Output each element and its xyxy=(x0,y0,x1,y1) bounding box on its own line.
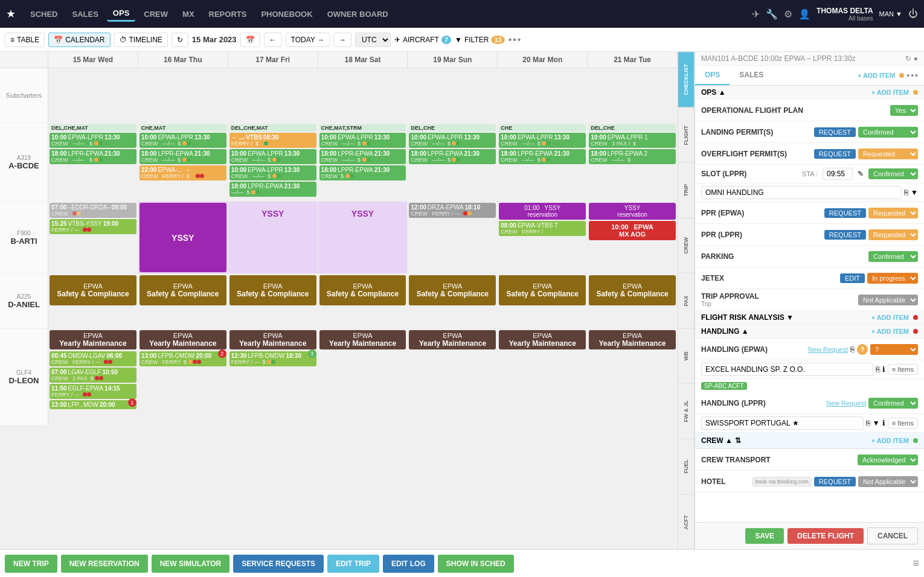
flight-block[interactable]: 10:00 EPWA-LPPR 13:30 CREW —/— $ xyxy=(229,149,316,164)
gear-icon[interactable]: ⚙ xyxy=(784,8,792,20)
wrench-icon[interactable]: 🔧 xyxy=(766,8,778,20)
flight-risk-header[interactable]: FLIGHT RISK ANALYSIS ▼ + ADD ITEM xyxy=(695,311,924,325)
flight-block[interactable]: 18:00 LPPR-EPWA 21:30 CREW —/— $ xyxy=(409,149,496,164)
crew-transport-select[interactable]: Acknowledged Not Applicable xyxy=(858,454,918,465)
overflight-request-btn[interactable]: REQUEST xyxy=(814,149,856,159)
tab-ops[interactable]: OPS xyxy=(695,66,730,85)
side-tab-fwjl[interactable]: FW & JL xyxy=(678,383,694,439)
excel-items-btn[interactable]: ≡ Items xyxy=(888,364,918,375)
nav-ops[interactable]: OPS xyxy=(107,6,135,22)
barti-cell-4[interactable]: 12:00 DRZA-EPWA 18:10 CREW FERRY / --- xyxy=(408,202,498,273)
jetex-status-select[interactable]: In progress Confirmed xyxy=(867,273,918,284)
daniel-cell-5[interactable]: EPWASafety & Compliance xyxy=(498,274,588,328)
flight-block-grey[interactable]: 07:00–EDDR-DRZA–09:00 CREW xyxy=(50,203,136,218)
new-trip-btn[interactable]: NEW TRIP xyxy=(5,555,57,573)
daniel-cell-2[interactable]: EPWASafety & Compliance xyxy=(228,274,318,328)
nav-reports[interactable]: REPORTS xyxy=(203,7,253,21)
handling-add-item-btn[interactable]: + ADD ITEM xyxy=(871,328,909,335)
handling-epwa-select[interactable]: ? Confirmed xyxy=(870,344,918,355)
tab-sales[interactable]: SALES xyxy=(730,66,773,85)
nav-phonebook[interactable]: PHONEBOOK xyxy=(255,7,318,21)
side-tab-checklist[interactable]: CHECKLIST xyxy=(678,52,694,107)
barti-cell-0[interactable]: 07:00–EDDR-DRZA–09:00 CREW 15:25 VTBS-YS… xyxy=(48,202,138,273)
man-badge[interactable]: MAN ▼ xyxy=(879,10,902,18)
nav-owner-board[interactable]: OWNER BOARD xyxy=(321,7,394,21)
bottom-menu-icon[interactable]: ≡ xyxy=(913,557,919,569)
timeline-btn[interactable]: ⏱ TIMELINE xyxy=(114,33,168,47)
barti-cell-1[interactable]: YSSY xyxy=(138,202,228,273)
show-in-sched-btn[interactable]: SHOW IN SCHED xyxy=(438,555,514,573)
dleon-cell-1[interactable]: EPWAYearly Maintenance 13:00 LFPB-OMDW 2… xyxy=(138,329,228,425)
rp-cancel-btn[interactable]: CANCEL xyxy=(867,528,918,544)
edit-trip-btn[interactable]: EDIT TRIP xyxy=(327,555,379,573)
power-icon[interactable]: ⏻ xyxy=(908,8,918,19)
ppr-lppr-request-btn[interactable]: REQUEST xyxy=(824,230,866,240)
flight-drza-epwa[interactable]: 12:00 DRZA-EPWA 18:10 CREW FERRY / --- xyxy=(409,203,496,218)
side-tab-flight[interactable]: FLIGHT xyxy=(678,107,694,163)
nav-crew[interactable]: CREW xyxy=(138,7,174,21)
abcde-cell-6[interactable]: DEL,CHE 10:00 EPWA-LPPR 1 CREW 3 PAX / $… xyxy=(588,123,678,201)
epwa-safety-block[interactable]: EPWASafety & Compliance xyxy=(409,275,496,305)
panel-refresh-icon[interactable]: ↻ ● xyxy=(905,54,918,63)
hotel-status-select[interactable]: Not Applicable Confirmed xyxy=(858,476,918,487)
daniel-cell-0[interactable]: EPWASafety & Compliance xyxy=(48,274,138,328)
slot-status-select[interactable]: Confirmed Requested xyxy=(868,168,918,179)
handling-section-header[interactable]: HANDLING ▲ + ADD ITEM xyxy=(695,325,924,339)
epwa-safety-block[interactable]: EPWASafety & Compliance xyxy=(50,275,136,305)
flight-block[interactable]: 18:00 LPPR-EPWA 21:30 CREW —/— $ xyxy=(50,149,136,164)
epwa-yearly-block[interactable]: EPWAYearly Maintenance xyxy=(589,330,676,349)
new-simulator-btn[interactable]: NEW SIMULATOR xyxy=(152,555,230,573)
ppr-epwa-status-select[interactable]: Requested Confirmed xyxy=(868,208,918,218)
flight-block[interactable]: 18:00 LPPR-EPWA 21:30 CREW —/— $ xyxy=(499,149,586,164)
landing-request-btn[interactable]: REQUEST xyxy=(814,127,856,137)
epwa-yearly-block[interactable]: EPWAYearly Maintenance xyxy=(229,330,316,349)
handling-epwa-new-request[interactable]: New Request xyxy=(808,346,848,353)
yssy-block[interactable]: YSSY xyxy=(140,203,226,272)
dleon-cell-5[interactable]: EPWAYearly Maintenance xyxy=(498,329,588,425)
epwa-yearly-block[interactable]: EPWAYearly Maintenance xyxy=(499,330,586,349)
dleon-cell-3[interactable]: EPWAYearly Maintenance xyxy=(318,329,408,425)
rp-save-btn[interactable]: SAVE xyxy=(745,528,784,544)
handling-lppr-new-request[interactable]: New Request xyxy=(826,400,866,407)
daniel-cell-6[interactable]: EPWASafety & Compliance xyxy=(588,274,678,328)
excel-info-icon[interactable]: ℹ xyxy=(882,365,885,374)
nav-mx[interactable]: MX xyxy=(176,7,201,21)
slot-time-input[interactable] xyxy=(823,168,853,180)
epwa-safety-block[interactable]: EPWASafety & Compliance xyxy=(140,275,226,305)
flight-block[interactable]: 10:00 EPWA-LPPR 1 CREW 3 PAX / $ xyxy=(589,133,676,148)
ppr-epwa-request-btn[interactable]: REQUEST xyxy=(824,208,866,218)
swissport-info-icon[interactable]: ℹ xyxy=(882,419,885,427)
trip-approval-select[interactable]: Not Applicable Pending Approved xyxy=(858,295,918,305)
flight-block-ferry2[interactable]: ← ...-VTBS 08:30 FERRY / $ xyxy=(229,133,316,148)
flight-block[interactable]: 10:00 EPWA-LPPR 13:30 CREW —/— $ xyxy=(229,165,316,180)
flight-block[interactable]: 10:00 EPWA-LPPR 13:30 CREW —/— $ xyxy=(499,133,586,148)
flight-block-olive[interactable]: 15:25 VTBS-YSSY 19:00 FERRY / --- xyxy=(50,219,136,234)
ppr-lppr-status-select[interactable]: Requested Confirmed xyxy=(868,229,918,240)
dleon-cell-4[interactable]: EPWAYearly Maintenance xyxy=(408,329,498,425)
panel-more-btn[interactable]: ••• xyxy=(906,71,919,80)
daniel-cell-4[interactable]: EPWASafety & Compliance xyxy=(408,274,498,328)
new-reservation-btn[interactable]: NEW RESERVATION xyxy=(61,555,148,573)
dleon-cell-6[interactable]: EPWAYearly Maintenance xyxy=(588,329,678,425)
nav-sales[interactable]: SALES xyxy=(66,7,104,21)
side-tab-crew[interactable]: CREW xyxy=(678,218,694,273)
flight-block[interactable]: 10:00 EPWA-LPPR 13:30 CREW —/— $ xyxy=(140,133,226,148)
epwa-safety-block[interactable]: EPWASafety & Compliance xyxy=(589,275,676,305)
flight-block[interactable]: 10:00 EPWA-LPPR 13:30 CREW —/— $ xyxy=(409,133,496,148)
flight-risk-add-btn[interactable]: + ADD ITEM xyxy=(871,314,909,321)
crew-section-header[interactable]: CREW ▲ ⇅ + ADD ITEM xyxy=(695,433,924,449)
mx-aog[interactable]: 10:00 EPWAMX AOG xyxy=(589,221,676,240)
overflight-status-select[interactable]: Requested Confirmed Not Applicable xyxy=(858,148,918,159)
barti-cell-5[interactable]: 01:00 YSSYreservation 08:00 EPWA-VTBS T … xyxy=(498,202,588,273)
table-btn[interactable]: ≡ TABLE xyxy=(5,33,45,47)
flight-block[interactable]: 18:00 LPPR-EPWA 2 CREW —/— $ xyxy=(589,149,676,164)
dleon-cell-0[interactable]: EPWAYearly Maintenance 00:45 OMDW-LGAV 0… xyxy=(48,329,138,425)
swissport-input[interactable] xyxy=(701,416,864,430)
refresh-btn[interactable]: ↻ xyxy=(172,33,188,47)
side-tab-pax[interactable]: PAX xyxy=(678,273,694,328)
epwa-yearly-block[interactable]: EPWAYearly Maintenance xyxy=(50,330,136,349)
ops-section-header[interactable]: OPS ▲ + ADD ITEM xyxy=(695,86,924,100)
swissport-items-btn[interactable]: ≡ Items xyxy=(888,418,918,429)
flight-block[interactable]: 18:00 LPPR-EPWA 21:30 CREW —/— $ xyxy=(140,149,226,164)
abcde-cell-5[interactable]: CHE 10:00 EPWA-LPPR 13:30 CREW —/— $ 18:… xyxy=(498,123,588,201)
